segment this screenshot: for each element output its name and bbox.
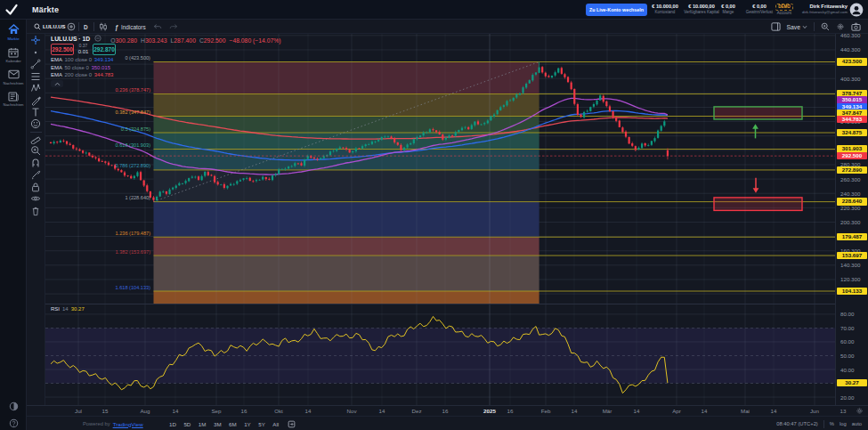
price-grid-label: 120.300 (840, 276, 860, 282)
zoom-search-icon[interactable] (821, 22, 830, 31)
sidebar-item-nachrichten[interactable]: Nachrichten (0, 92, 27, 108)
rsi-grid-label: 60.00 (840, 338, 854, 345)
trend-line-tool-button[interactable] (29, 59, 42, 70)
target-zone-box[interactable] (714, 198, 802, 211)
chart-area[interactable]: 0 (423.500)0.236 (378.747)0.382 (347.847… (45, 34, 835, 405)
rsi-legend[interactable]: RSI 14 30.27 (51, 306, 85, 312)
ema-legend-row[interactable]: EMA50 close 0350.015 (51, 64, 281, 71)
magnet-tool-button[interactable] (29, 158, 42, 169)
range-1d-button[interactable]: 1D (168, 420, 177, 428)
range-1y-button[interactable]: 1Y (243, 420, 252, 428)
camera-snapshot-icon[interactable] (851, 22, 861, 31)
ohlc-c: C292.500 (199, 37, 226, 44)
account-label: Account (767, 11, 802, 17)
candlestick-chart-canvas[interactable] (45, 34, 835, 405)
range-5d-button[interactable]: 5D (183, 420, 191, 428)
clock-utc[interactable]: 08:40:47 (UTC+2) (776, 421, 818, 426)
time-tick-label: Sep (201, 408, 231, 414)
undo-icon[interactable] (153, 23, 162, 31)
crosshair-tool-button[interactable] (29, 35, 42, 46)
pattern-xabcd-tool-button[interactable] (29, 83, 42, 94)
emoji-tool-button[interactable] (29, 118, 42, 130)
measure-ruler-tool-button[interactable] (29, 134, 42, 145)
sidebar-item-label: Kalender (5, 59, 20, 63)
toolbar-separator (93, 22, 94, 31)
price-axis[interactable]: 460.300440.300400.300340.300280.300260.3… (835, 34, 868, 405)
range-1m-button[interactable]: 1M (198, 420, 207, 428)
chart-style-button[interactable] (99, 20, 108, 34)
paint-tool-button[interactable] (29, 169, 42, 181)
buy-price-button[interactable]: 292.870 (93, 44, 116, 55)
text-tool-button[interactable] (29, 107, 42, 118)
hide-drawings-eye-button[interactable] (29, 193, 42, 205)
magnet-tool-icon (30, 158, 41, 168)
interval-button[interactable]: D (84, 20, 88, 34)
cursor-dropdown-button[interactable] (29, 46, 42, 58)
symbol-label: LULU.US (43, 24, 66, 29)
legend-collapse-button[interactable] (51, 80, 63, 87)
lock-tool-icon (30, 182, 41, 192)
search-icon (34, 23, 41, 30)
time-tick-label: Dez (402, 408, 432, 414)
auto-scale-toggle[interactable]: auto (852, 421, 862, 426)
theme-toggle-button[interactable] (0, 402, 27, 411)
down-arrow-annotation[interactable] (753, 178, 759, 193)
account-type-badge: DEMO Account (767, 4, 802, 17)
time-tick-label: 14 (758, 408, 789, 414)
symbol-search-button[interactable]: LULU.US (34, 20, 66, 34)
fib-retracement-tool-button[interactable] (29, 70, 42, 82)
spread-display: 0.37 0.01 (74, 44, 93, 55)
remove-drawings-trash-icon (30, 206, 41, 216)
crosshair-tool-icon (30, 35, 41, 45)
zoom-in-tool-button[interactable] (29, 145, 42, 157)
range-6m-button[interactable]: 6M (228, 420, 238, 428)
range-3m-button[interactable]: 3M (213, 420, 223, 428)
reset-chart-view-icon[interactable] (286, 420, 296, 428)
tradingview-link[interactable]: TradingView (113, 421, 143, 427)
bottom-toolbar: Powered by TradingView 1D5D1M3M6M1Y5YAll… (27, 416, 868, 430)
rsi-period: 14 (62, 306, 69, 312)
range-all-button[interactable]: All (272, 420, 280, 428)
sidebar-item-kalender[interactable]: Kalender (0, 47, 27, 64)
rsi-pane[interactable] (45, 314, 835, 397)
resistance-zone-box[interactable] (714, 107, 802, 119)
time-axis[interactable]: Jul15Aug14Sep16Okt14Nov14Dez16202516Feb1… (27, 405, 868, 416)
indicators-button[interactable]: ƒ Indicators (115, 20, 146, 34)
compare-add-symbol-button[interactable] (67, 20, 76, 34)
help-button[interactable] (0, 418, 27, 428)
ema-legend-row[interactable]: EMA100 close 0349.134 (51, 56, 281, 63)
sell-price-button[interactable]: 292.500 (51, 44, 74, 55)
log-scale-toggle[interactable]: log (840, 421, 847, 426)
sidebar-item-label: Nachrichten (4, 81, 24, 85)
time-tick-label: Nov (337, 408, 367, 414)
help-question-icon (9, 418, 19, 428)
price-tag: 104.133 (837, 288, 867, 296)
remove-drawings-trash-button[interactable] (29, 205, 42, 216)
layout-panel-icon[interactable] (771, 22, 781, 31)
avatar[interactable] (849, 3, 864, 17)
emoji-tool-icon (30, 118, 41, 129)
redo-icon[interactable] (169, 23, 178, 31)
lock-tool-button[interactable] (29, 182, 42, 193)
sidebar-item-m-rkte[interactable]: Märkte (0, 24, 27, 41)
ema-legend-row[interactable]: EMA200 close 0344.783 (51, 72, 281, 79)
percent-scale-toggle[interactable]: % (830, 421, 834, 426)
range-5y-button[interactable]: 5Y (257, 420, 266, 428)
ohlc-h: H303.243 (141, 37, 167, 44)
demo-badge: DEMO (775, 4, 793, 11)
ema-params: 200 close 0 (65, 72, 93, 77)
legend-symbol-title[interactable]: LULU.US · 1D (51, 36, 90, 42)
cursor-dropdown-icon (30, 47, 41, 58)
brush-tool-button[interactable] (29, 94, 42, 106)
sidebar-item-nachrichten[interactable]: Nachrichten (0, 69, 27, 85)
hide-symbol-icon[interactable] (94, 35, 101, 42)
fx-icon: ƒ (115, 24, 118, 30)
trading-platform-app: Märkte Zu Live-Konto wechseln € 10.000,0… (0, 0, 868, 430)
rsi-grid-label: 40.00 (840, 367, 854, 373)
save-layout-button[interactable]: Save (787, 24, 808, 30)
powered-by-label: Powered by (83, 421, 110, 426)
user-menu[interactable]: Dirk Fritzewsky dirk.fritzewsky@gmail.co… (802, 4, 848, 16)
time-tick-label: 16 (229, 408, 259, 414)
settings-gear-icon[interactable] (836, 22, 845, 31)
toolbar-separator (814, 22, 815, 31)
